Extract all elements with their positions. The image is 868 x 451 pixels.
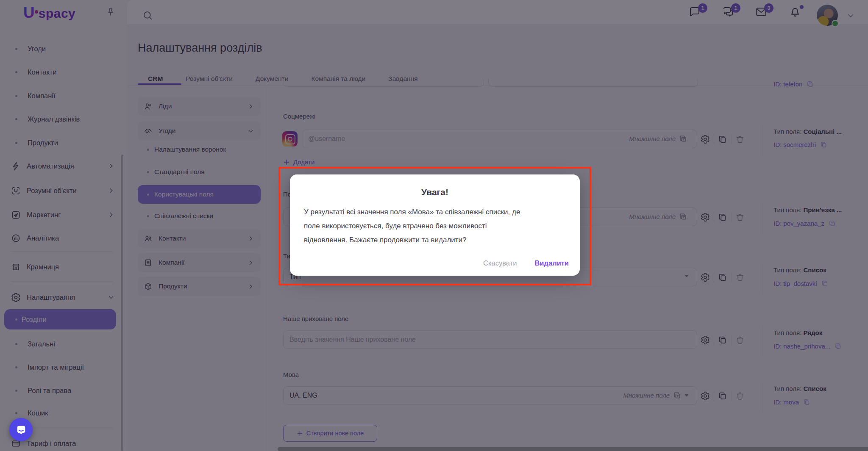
cancel-button[interactable]: Скасувати — [483, 259, 517, 267]
confirmation-dialog: Увага! У результаті всі значення поля «М… — [290, 174, 580, 276]
intercom-chat-icon — [15, 424, 27, 436]
app-root: U spacy Угоди Контакти Компанії Журнал д… — [0, 0, 868, 451]
support-chat-fab[interactable] — [9, 418, 33, 441]
horizontal-scrollbar[interactable] — [278, 447, 868, 451]
dialog-body-text: У результаті всі значення поля «Мова» та… — [304, 205, 562, 247]
dialog-title: Увага! — [290, 187, 580, 197]
dialog-actions: Скасувати Видалити — [483, 259, 569, 267]
delete-button[interactable]: Видалити — [534, 259, 569, 267]
